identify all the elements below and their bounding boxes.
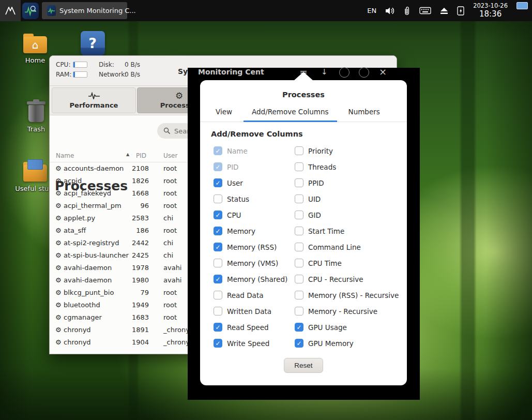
eject-icon[interactable] xyxy=(440,7,448,14)
process-gear-icon: ⚙ xyxy=(55,264,62,272)
column-header-user[interactable]: User xyxy=(163,152,177,159)
process-pid: 2108 xyxy=(111,164,149,172)
folder-icon: ⌂ xyxy=(23,36,47,53)
column-toggle-start-time[interactable]: Start Time xyxy=(295,223,400,239)
checkbox[interactable]: ✓ xyxy=(214,227,222,235)
tab-view[interactable]: View xyxy=(207,104,240,122)
checkbox[interactable] xyxy=(295,307,303,316)
tab-add-remove-columns[interactable]: Add/Remove Columns xyxy=(244,104,337,122)
reset-button[interactable]: Reset xyxy=(284,358,323,373)
checkbox[interactable] xyxy=(295,227,303,235)
clock[interactable]: 2023-10-26 18:36 xyxy=(473,2,508,19)
checkbox[interactable] xyxy=(295,243,303,251)
checkbox-label: Threads xyxy=(308,163,336,171)
checkbox[interactable] xyxy=(214,291,222,299)
volume-icon[interactable] xyxy=(385,7,395,15)
checkbox[interactable] xyxy=(295,178,303,187)
tab-numbers[interactable]: Numbers xyxy=(340,104,388,122)
column-toggle-memory-rss[interactable]: ✓Memory (RSS) xyxy=(214,239,295,255)
checkbox-label: Memory - Recursive xyxy=(308,307,377,316)
checkbox-label: UID xyxy=(308,195,321,203)
checkbox[interactable] xyxy=(295,291,303,299)
column-header-pid[interactable]: PID xyxy=(136,152,146,159)
taskbar-window-title: System Monitoring C... xyxy=(59,7,136,14)
column-toggle-gpu-usage[interactable]: ✓GPU Usage xyxy=(295,319,400,335)
column-toggle-status[interactable]: Status xyxy=(214,191,295,207)
keyboard-layout-indicator[interactable]: EN xyxy=(367,7,376,14)
column-toggle-user[interactable]: ✓User xyxy=(214,175,295,191)
window-button-circle-icon[interactable] xyxy=(339,67,349,78)
tab-performance[interactable]: Performance xyxy=(52,87,136,113)
checkbox-label: PID xyxy=(227,163,239,171)
column-toggle-uid[interactable]: UID xyxy=(295,191,400,207)
close-icon[interactable]: × xyxy=(379,66,387,77)
cpu-stat-label: CPU: xyxy=(56,61,70,68)
popover-title: Processes xyxy=(200,80,407,99)
column-toggle-memory[interactable]: ✓Memory xyxy=(214,223,295,239)
column-toggle-memory-rss-recursive[interactable]: Memory (RSS) - Recursive xyxy=(295,287,400,303)
minimize-icon[interactable]: ↓ xyxy=(321,67,328,77)
column-toggle-gpu-memory[interactable]: ✓GPU Memory xyxy=(295,335,400,351)
process-name: avahi-daemon xyxy=(64,276,112,284)
window-button-circle-icon[interactable] xyxy=(359,67,369,78)
column-toggle-cpu-recursive[interactable]: CPU - Recursive xyxy=(295,271,400,287)
checkbox[interactable]: ✓ xyxy=(214,211,222,219)
checkbox[interactable]: ✓ xyxy=(214,323,222,332)
house-icon: ⌂ xyxy=(23,36,47,53)
checkbox[interactable] xyxy=(295,211,303,219)
checkbox-label: Status xyxy=(227,195,249,203)
pulse-icon xyxy=(88,92,100,100)
column-toggle-cpu-time[interactable]: CPU Time xyxy=(295,255,400,271)
column-toggle-ppid[interactable]: PPID xyxy=(295,175,400,191)
process-user: chi xyxy=(163,239,173,247)
process-gear-icon: ⚙ xyxy=(55,251,62,259)
desktop-icon-help[interactable]: ? xyxy=(70,31,115,55)
checkbox-label: Memory xyxy=(227,227,255,235)
paperclip-icon[interactable] xyxy=(404,6,411,16)
column-toggle-cpu[interactable]: ✓CPU xyxy=(214,207,295,223)
distro-menu-button[interactable] xyxy=(0,0,21,21)
column-toggle-memory-recursive[interactable]: Memory - Recursive xyxy=(295,303,400,319)
checkbox[interactable]: ✓ xyxy=(214,275,222,283)
column-toggle-command-line[interactable]: Command Line xyxy=(295,239,400,255)
checkbox[interactable] xyxy=(214,259,222,267)
checkbox[interactable]: ✓ xyxy=(295,339,303,348)
column-toggle-written-data[interactable]: Written Data xyxy=(214,303,295,319)
checkbox-label: Written Data xyxy=(227,307,271,316)
battery-device-icon[interactable] xyxy=(457,6,464,16)
process-gear-icon: ⚙ xyxy=(55,189,62,197)
gear-icon: ⚙ xyxy=(175,92,183,100)
process-name: bluetoothd xyxy=(64,301,100,309)
checkbox[interactable]: ✓ xyxy=(214,178,222,187)
checkbox[interactable]: ✓ xyxy=(295,323,303,332)
checkbox[interactable] xyxy=(295,162,303,171)
process-gear-icon: ⚙ xyxy=(55,313,62,321)
column-toggle-threads[interactable]: Threads xyxy=(295,159,400,175)
checkbox[interactable] xyxy=(295,259,303,267)
column-toggle-read-speed[interactable]: ✓Read Speed xyxy=(214,319,295,335)
checkbox-label: Write Speed xyxy=(227,339,269,348)
checkbox[interactable] xyxy=(214,307,222,316)
column-toggle-memory-vms[interactable]: Memory (VMS) xyxy=(214,255,295,271)
column-toggle-read-data[interactable]: Read Data xyxy=(214,287,295,303)
column-toggle-priority[interactable]: Priority xyxy=(295,143,400,159)
checkbox[interactable]: ✓ xyxy=(214,243,222,251)
column-header-name[interactable]: Name xyxy=(56,152,74,159)
column-toggle-memory-shared[interactable]: ✓Memory (Shared) xyxy=(214,271,295,287)
display-settings-icon[interactable] xyxy=(516,2,528,9)
checkbox[interactable] xyxy=(295,146,303,155)
checkbox[interactable] xyxy=(214,194,222,203)
checkbox[interactable] xyxy=(295,194,303,203)
taskbar-window-button[interactable]: System Monitoring C... xyxy=(42,2,127,19)
process-pid: 2583 xyxy=(111,214,149,222)
checkbox[interactable] xyxy=(295,275,303,283)
checkbox-label: Memory (VMS) xyxy=(227,259,278,267)
column-toggle-gid[interactable]: GID xyxy=(295,207,400,223)
keyboard-icon[interactable] xyxy=(419,7,431,14)
checkbox[interactable]: ✓ xyxy=(214,339,222,348)
checkbox-label: Memory (Shared) xyxy=(227,275,287,283)
app-launcher-button[interactable] xyxy=(21,0,40,21)
checkbox-label: PPID xyxy=(308,179,324,187)
process-user: avahi xyxy=(163,264,181,272)
column-toggle-write-speed[interactable]: ✓Write Speed xyxy=(214,335,295,351)
